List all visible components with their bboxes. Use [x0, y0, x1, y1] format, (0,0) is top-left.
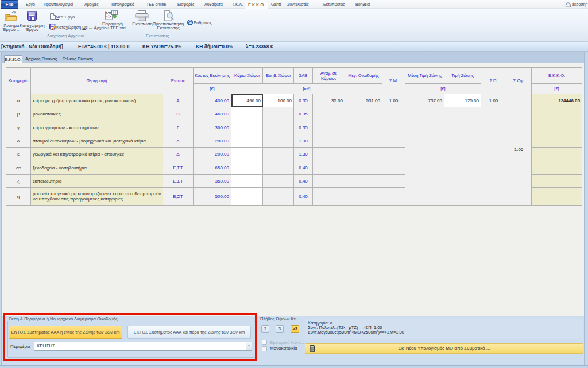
svg-text:<>: <> — [106, 14, 111, 18]
